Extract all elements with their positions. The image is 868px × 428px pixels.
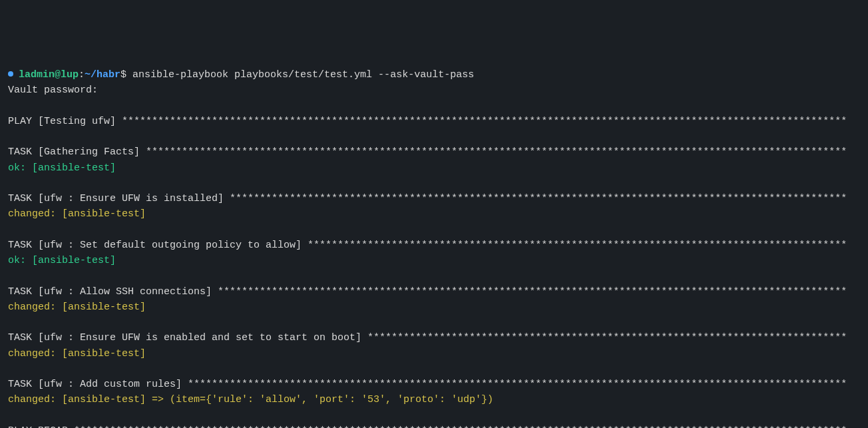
terminal-output[interactable]: ladmin@lup:~/habr$ ansible-playbook play… [8,67,860,428]
task-header: TASK [ufw : Allow SSH connections] *****… [8,284,860,300]
command-text: ansible-playbook playbooks/test/test.yml… [132,69,474,81]
task-host: [ansible-test] [56,208,146,220]
task-header: TASK [ufw : Add custom rules] **********… [8,377,860,392]
task-host: [ansible-test] [26,255,116,266]
task-header: TASK [ufw : Ensure UFW is installed] ***… [8,191,860,206]
play-header: PLAY [Testing ufw] *********************… [8,114,860,129]
prompt-line: ladmin@lup:~/habr$ ansible-playbook play… [8,67,860,83]
task-host: [ansible-test] [56,348,146,359]
prompt-path: ~/habr [85,69,120,81]
task-result: ok: [ansible-test] [8,160,860,176]
task-result: changed: [ansible-test] [8,346,860,361]
task-result: changed: [ansible-test] => (item={'rule'… [8,392,860,407]
task-header: TASK [Gathering Facts] *****************… [8,144,860,160]
task-status: changed: [8,208,56,220]
task-host: [ansible-test] [26,162,116,174]
vault-prompt: Vault password: [8,83,860,98]
task-result: ok: [ansible-test] [8,253,860,268]
task-status: ok: [8,255,26,266]
task-status: changed: [8,394,56,405]
task-host: [ansible-test] => (item={'rule': 'allow'… [56,394,493,405]
status-dot-icon [8,71,13,77]
prompt-user-host: ladmin@lup [19,69,79,81]
task-header: TASK [ufw : Set default outgoing policy … [8,238,860,253]
task-host: [ansible-test] [56,302,146,313]
task-result: changed: [ansible-test] [8,300,860,315]
task-result: changed: [ansible-test] [8,206,860,222]
task-status: changed: [8,302,56,313]
task-status: changed: [8,348,56,359]
task-header: TASK [ufw : Ensure UFW is enabled and se… [8,330,860,345]
task-status: ok: [8,162,26,174]
play-recap-header: PLAY RECAP *****************************… [8,423,860,428]
